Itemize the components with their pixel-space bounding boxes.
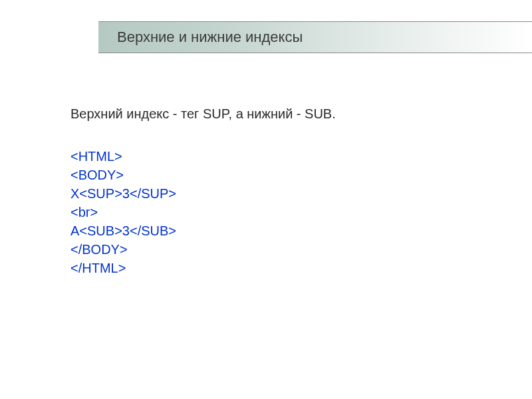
code-line: <HTML>: [70, 147, 505, 166]
code-line: X<SUP>3</SUP>: [70, 184, 505, 203]
code-line: </BODY>: [70, 240, 505, 259]
code-line: A<SUB>3</SUB>: [70, 221, 505, 240]
code-line: <BODY>: [70, 166, 505, 184]
intro-text: Верхний индекс - тег SUP, а нижний - SUB…: [70, 106, 505, 122]
header-bar: Верхние и нижние индексы: [98, 21, 532, 53]
content-area: Верхний индекс - тег SUP, а нижний - SUB…: [70, 106, 505, 277]
code-block: <HTML> <BODY> X<SUP>3</SUP> <br> A<SUB>3…: [70, 147, 505, 277]
code-line: <br>: [70, 203, 505, 221]
page-title: Верхние и нижние индексы: [117, 29, 303, 46]
code-line: </HTML>: [70, 259, 505, 277]
